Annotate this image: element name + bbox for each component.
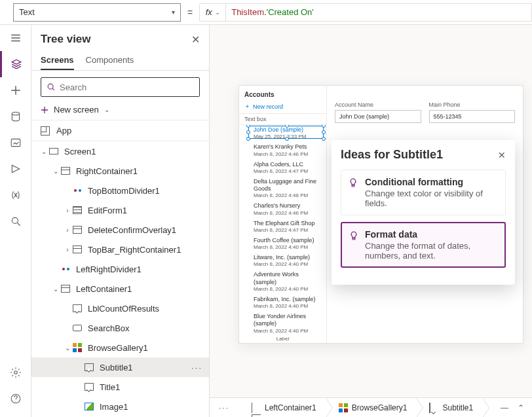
svg-rect-1 — [11, 139, 20, 146]
breadcrumb-item-browsegallery[interactable]: BrowseGallery1 — [326, 398, 417, 417]
tree-node-topbottomdivider[interactable]: TopBottomDivider1 — [31, 181, 209, 200]
preview-item-subtitle: March 8, 2022 4:47 PM — [254, 168, 321, 175]
tree-panel: Tree view ✕ Screens Components New scree… — [31, 25, 210, 417]
rail-help[interactable] — [10, 386, 22, 412]
fx-badge[interactable]: fx ⌄ — [199, 3, 225, 22]
rail-insert[interactable] — [0, 77, 31, 103]
preview-item-subtitle: March 8, 2022 4:40 PM — [254, 303, 321, 310]
preview-item[interactable]: Karen's Kranky PetsMarch 8, 2022 4:46 PM — [239, 142, 326, 159]
search-icon — [10, 215, 22, 227]
rail-variables[interactable] — [0, 182, 31, 208]
tree-node-label: RightContainer1 — [76, 166, 138, 176]
preview-item[interactable]: Adventure Works (sample)March 8, 2022 4:… — [239, 270, 326, 295]
account-name-input[interactable]: John Doe (sample) — [335, 110, 421, 123]
tree-node-browsegallery[interactable]: ⌄ BrowseGallery1 — [31, 338, 209, 357]
preview-item[interactable]: Alpha Coders, LLCMarch 8, 2022 4:47 PM — [239, 160, 326, 177]
search-icon — [47, 82, 56, 92]
tree-node-searchbox[interactable]: SearchBox — [31, 318, 209, 338]
resize-handle[interactable] — [322, 137, 326, 141]
tree-node-title1[interactable]: Title1 — [31, 377, 209, 397]
svg-point-6 — [48, 84, 53, 89]
tree-scroll[interactable]: ⌄ Screen1 ⌄ RightContainer1 TopBottomDiv… — [31, 141, 209, 417]
container-icon — [61, 167, 70, 175]
tree-node-topbarright[interactable]: › TopBar_RightContainer1 — [31, 240, 209, 259]
rail-data[interactable] — [0, 103, 31, 130]
chevron-down-icon: ⌄ — [215, 9, 220, 16]
breadcrumb-more[interactable]: ··· — [210, 403, 238, 412]
resize-handle[interactable] — [285, 137, 289, 141]
plus-icon: ＋ — [244, 102, 250, 111]
preview-item[interactable]: The Elephant Gift ShopMarch 8, 2022 4:47… — [239, 219, 326, 236]
preview-item[interactable]: Litware, Inc. (sample)March 8, 2022 4:40… — [239, 253, 326, 270]
breadcrumb-item-leftcontainer[interactable]: LeftContainer1 — [238, 398, 326, 417]
app-icon — [41, 126, 50, 136]
main-phone-input[interactable]: 555-12345 — [429, 110, 516, 123]
tree-node-label: LeftRightDivider1 — [76, 264, 142, 274]
rail-hamburger[interactable] — [0, 25, 31, 51]
tab-components[interactable]: Components — [86, 51, 134, 70]
tree-close-button[interactable]: ✕ — [191, 33, 200, 46]
chevron-down-icon: ⌄ — [104, 106, 109, 113]
preview-item-title: Fourth Coffee (sample) — [254, 237, 321, 244]
formula-bar: Text ▾ = fx ⌄ ThisItem.'Created On' — [0, 0, 532, 25]
rail-media[interactable] — [0, 130, 31, 156]
new-screen-button[interactable]: New screen ⌄ — [31, 102, 209, 120]
preview-item-subtitle: March 8, 2022 4:40 PM — [254, 261, 321, 268]
rail-settings[interactable] — [10, 359, 22, 386]
tree-node-leftcontainer[interactable]: ⌄ LeftContainer1 — [31, 279, 209, 299]
idea-card-format-data[interactable]: Format data Change the format of dates, … — [341, 222, 506, 268]
rail-power[interactable] — [0, 156, 31, 182]
formula-input[interactable]: ThisItem.'Created On' — [225, 3, 532, 22]
preview-item[interactable]: Blue Yonder Airlines (sample)March 8, 20… — [239, 312, 326, 335]
tree-search-box[interactable] — [41, 77, 200, 97]
more-icon[interactable]: ··· — [191, 363, 202, 372]
preview-left-pane: Accounts ＋ New record Text box John Doe … — [239, 86, 327, 343]
minimize-button[interactable]: — — [501, 403, 508, 412]
resize-handle[interactable] — [246, 130, 250, 134]
resize-handle[interactable] — [322, 125, 326, 128]
property-dropdown[interactable]: Text ▾ — [13, 3, 181, 22]
tree-node-screen1[interactable]: ⌄ Screen1 — [31, 141, 209, 161]
image-icon — [85, 403, 94, 410]
tab-screens[interactable]: Screens — [41, 51, 74, 70]
preview-item[interactable]: Charles's NurseryMarch 8, 2022 4:46 PM — [239, 201, 326, 218]
field-value: 555-12345 — [434, 113, 462, 120]
tree-search-input[interactable] — [60, 82, 194, 92]
tree-node-deleteconfirm[interactable]: › DeleteConfirmOverlay1 — [31, 220, 209, 240]
rail-search[interactable] — [0, 208, 31, 234]
tree-node-subtitle1[interactable]: Subtitle1 ··· — [31, 357, 209, 377]
label-icon — [85, 363, 94, 371]
lightbulb-icon — [349, 230, 359, 241]
preview-item[interactable]: Delta Luggage and Fine GoodsMarch 8, 202… — [239, 177, 326, 202]
preview-item-title: Fabrikam, Inc. (sample) — [254, 296, 321, 303]
idea-card-conditional-formatting[interactable]: Conditional formatting Change text color… — [341, 170, 506, 215]
tree-node-lblcount[interactable]: LblCountOfResults — [31, 299, 209, 318]
property-value: Text — [19, 7, 35, 17]
breadcrumb-item-subtitle1[interactable]: Subtitle1 — [416, 398, 482, 417]
new-record-button[interactable]: ＋ New record — [239, 101, 326, 113]
tree-node-leftrightdivider[interactable]: LeftRightDivider1 — [31, 259, 209, 279]
preview-item-selected[interactable]: John Doe (sample) May 25, 2021 3:33 PM — [239, 125, 326, 142]
resize-handle[interactable] — [322, 130, 326, 134]
resize-handle[interactable] — [246, 137, 250, 141]
chevron-up-icon[interactable]: ⌃ — [518, 403, 524, 412]
tree-node-editform[interactable]: › EditForm1 — [31, 200, 209, 220]
tree-tabs: Screens Components — [31, 48, 209, 71]
rail-tree-view[interactable] — [0, 51, 31, 77]
preview-item-subtitle: March 8, 2022 4:40 PM — [254, 244, 321, 251]
container-icon — [73, 245, 82, 253]
preview-item-title: The Elephant Gift Shop — [254, 220, 321, 227]
tree-node-app[interactable]: App — [31, 120, 209, 141]
preview-item-subtitle: March 8, 2022 4:40 PM — [254, 286, 321, 293]
preview-item[interactable]: Fabrikam, Inc. (sample)March 8, 2022 4:4… — [239, 295, 326, 312]
tree-node-image1[interactable]: Image1 — [31, 397, 209, 416]
tree-node-label: DeleteConfirmOverlay1 — [88, 225, 176, 235]
tree-node-rightcontainer[interactable]: ⌄ RightContainer1 — [31, 161, 209, 181]
preview-item[interactable]: Fourth Coffee (sample)March 8, 2022 4:40… — [239, 236, 326, 253]
preview-item-subtitle: March 8, 2022 4:48 PM — [254, 192, 321, 199]
ideas-close-button[interactable]: ✕ — [498, 150, 506, 160]
tree-node-label: TopBottomDivider1 — [88, 186, 160, 196]
caret-down-icon: ⌄ — [51, 168, 60, 175]
idea-card-title: Format data — [365, 229, 497, 240]
new-screen-label: New screen — [54, 105, 99, 115]
